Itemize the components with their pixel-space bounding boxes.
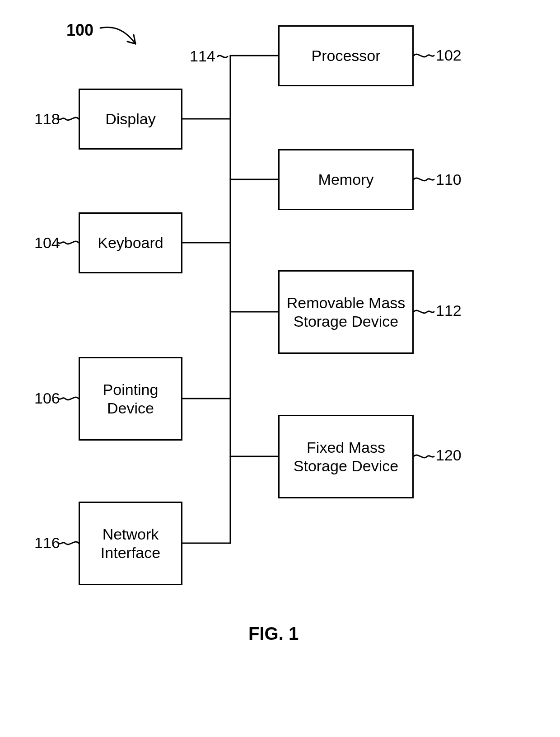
block-removable-mass-storage: Removable Mass Storage Device — [278, 270, 414, 354]
block-keyboard: Keyboard — [79, 212, 182, 273]
block-display: Display — [79, 89, 182, 150]
block-fixedms-label: Fixed Mass Storage Device — [282, 438, 410, 475]
diagram-canvas: 100 Processor Memory Removable Mass Stor… — [0, 0, 560, 737]
figure-caption: FIG. 1 — [248, 624, 299, 644]
block-network-label: Network Interface — [83, 525, 178, 562]
block-keyboard-label: Keyboard — [98, 234, 163, 252]
ref-network: 116 — [34, 534, 60, 552]
ref-keyboard: 104 — [34, 234, 60, 252]
ref-pointing: 106 — [34, 390, 60, 407]
ref-memory: 110 — [436, 171, 462, 188]
ref-fixedms: 120 — [436, 446, 462, 464]
block-processor-label: Processor — [311, 47, 380, 65]
block-fixed-mass-storage: Fixed Mass Storage Device — [278, 415, 414, 498]
block-memory: Memory — [278, 149, 414, 210]
block-display-label: Display — [105, 110, 155, 128]
block-network-interface: Network Interface — [79, 502, 182, 585]
block-removable-label: Removable Mass Storage Device — [282, 294, 410, 331]
block-processor: Processor — [278, 25, 414, 86]
ref-display: 118 — [34, 110, 60, 128]
block-pointing-label: Pointing Device — [83, 380, 178, 418]
block-pointing-device: Pointing Device — [79, 357, 182, 441]
ref-removable: 112 — [436, 302, 462, 319]
figure-ref-100: 100 — [66, 21, 93, 40]
ref-processor: 102 — [436, 47, 462, 64]
ref-bus: 114 — [190, 47, 215, 65]
block-memory-label: Memory — [318, 170, 374, 189]
